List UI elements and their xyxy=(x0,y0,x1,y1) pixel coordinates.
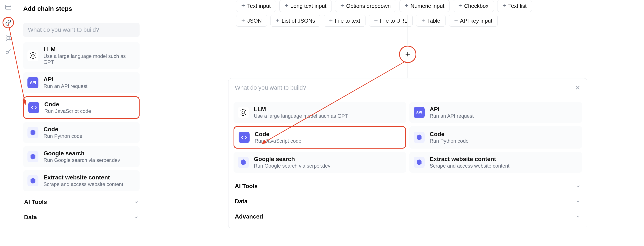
item-desc: Run an API request xyxy=(44,83,88,89)
item-title: Extract website content xyxy=(430,156,510,162)
pill-file-to-url[interactable]: +File to URL xyxy=(369,15,413,27)
close-icon[interactable]: ✕ xyxy=(575,84,581,92)
pill-json[interactable]: +JSON xyxy=(236,15,267,27)
item-title: Code xyxy=(255,131,301,138)
sidebar: Add chain steps What do you want to buil… xyxy=(17,0,146,246)
plus-icon: + xyxy=(502,2,506,9)
panel-item-code[interactable]: CodeRun JavaScript code xyxy=(234,126,406,149)
plus-icon: + xyxy=(285,2,288,9)
plus-icon: + xyxy=(241,17,245,24)
step-picker-panel: What do you want to build? ✕ LLMUse a la… xyxy=(228,78,587,228)
svg-rect-2 xyxy=(7,37,10,40)
svg-point-5 xyxy=(242,111,245,114)
sidebar-title: Add chain steps xyxy=(17,0,146,17)
pill-api-key-input[interactable]: +API key input xyxy=(449,15,498,27)
item-title: LLM xyxy=(254,106,348,113)
panel-accordion-advanced[interactable]: Advanced xyxy=(235,209,581,224)
accordion-ai-tools[interactable]: AI Tools xyxy=(23,194,140,210)
sidebar-item-google-search[interactable]: Google searchRun Google search via serpe… xyxy=(23,146,140,167)
plus-icon: + xyxy=(458,2,462,9)
item-title: API xyxy=(430,106,474,113)
accordion-data[interactable]: Data xyxy=(23,210,140,225)
plus-icon: + xyxy=(241,2,245,9)
plus-icon: + xyxy=(374,17,378,24)
item-desc: Use a large language model such as GPT xyxy=(44,53,135,65)
pill-text-list[interactable]: +Text list xyxy=(497,0,532,12)
item-desc: Run JavaScript code xyxy=(255,138,301,144)
item-title: API xyxy=(44,76,88,83)
item-desc: Run Google search via serper.dev xyxy=(254,163,330,169)
pill-list-of-jsons[interactable]: +List of JSONs xyxy=(270,15,320,27)
sidebar-item-extract-website-content[interactable]: Extract website contentScrape and access… xyxy=(23,170,140,191)
item-title: Code xyxy=(44,126,82,133)
pill-long-text-input[interactable]: +Long text input xyxy=(279,0,332,12)
item-title: Google search xyxy=(44,150,120,157)
chain-icon[interactable] xyxy=(2,17,14,28)
item-desc: Run Google search via serper.dev xyxy=(44,157,120,163)
plus-icon: + xyxy=(405,2,408,9)
panel-item-code[interactable]: CodeRun Python code xyxy=(410,126,582,149)
plus-icon: + xyxy=(329,17,333,24)
item-title: Code xyxy=(44,101,91,108)
plus-icon: + xyxy=(276,17,280,24)
nav-rail xyxy=(0,0,16,246)
pill-table[interactable]: +Table xyxy=(416,15,446,27)
panel-accordion-ai-tools[interactable]: AI Tools xyxy=(235,179,581,194)
item-desc: Run Python code xyxy=(44,133,82,139)
panel-accordion-data[interactable]: Data xyxy=(235,194,581,209)
sidebar-item-code[interactable]: CodeRun JavaScript code xyxy=(23,96,140,119)
pill-file-to-text[interactable]: +File to text xyxy=(324,15,365,27)
item-desc: Use a large language model such as GPT xyxy=(254,113,348,119)
item-desc: Run Python code xyxy=(430,138,468,144)
item-desc: Scrape and access website content xyxy=(44,181,123,187)
add-step-button[interactable]: + xyxy=(399,46,416,63)
group-icon[interactable] xyxy=(4,34,12,42)
panel-item-api[interactable]: APIAPIRun an API request xyxy=(410,102,582,123)
plus-icon: + xyxy=(421,17,425,24)
sidebar-item-api[interactable]: APIAPIRun an API request xyxy=(23,72,140,93)
pill-text-input[interactable]: +Text input xyxy=(236,0,276,12)
svg-point-4 xyxy=(32,54,34,57)
item-title: LLM xyxy=(44,46,135,53)
item-desc: Run JavaScript code xyxy=(44,108,91,114)
pill-options-dropdown[interactable]: +Options dropdown xyxy=(335,0,396,12)
key-icon[interactable] xyxy=(4,48,12,55)
sidebar-item-llm[interactable]: LLMUse a large language model such as GP… xyxy=(23,42,140,69)
panel-item-google-search[interactable]: Google searchRun Google search via serpe… xyxy=(234,152,406,173)
item-title: Extract website content xyxy=(44,174,123,181)
item-desc: Scrape and access website content xyxy=(430,163,510,169)
panel-item-llm[interactable]: LLMUse a large language model such as GP… xyxy=(234,102,406,123)
sidebar-item-code[interactable]: CodeRun Python code xyxy=(23,122,140,143)
item-desc: Run an API request xyxy=(430,113,474,119)
pill-checkbox[interactable]: +Checkbox xyxy=(453,0,494,12)
pill-numeric-input[interactable]: +Numeric input xyxy=(400,0,450,12)
card-icon[interactable] xyxy=(4,4,12,11)
panel-item-extract-website-content[interactable]: Extract website contentScrape and access… xyxy=(410,152,582,173)
sidebar-search[interactable]: What do you want to build? xyxy=(23,23,140,37)
canvas: +Text input+Long text input+Options drop… xyxy=(146,0,644,246)
item-title: Google search xyxy=(254,156,330,162)
svg-rect-0 xyxy=(6,5,11,9)
plus-icon: + xyxy=(340,2,344,9)
panel-search[interactable]: What do you want to build? xyxy=(235,84,575,91)
item-title: Code xyxy=(430,131,468,138)
plus-icon: + xyxy=(454,17,458,24)
